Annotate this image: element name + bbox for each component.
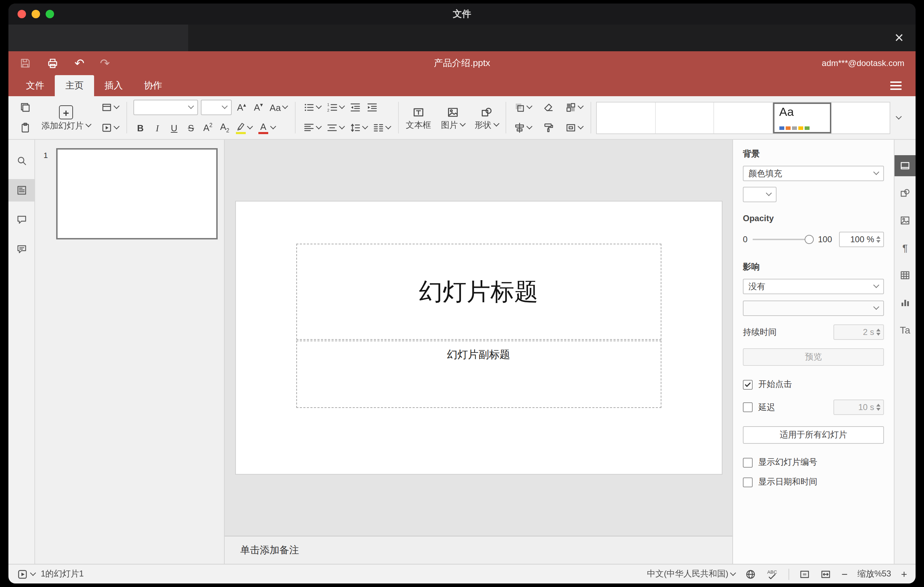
zoom-window-button[interactable] [46, 10, 54, 18]
tab-home[interactable]: 主页 [55, 75, 94, 96]
start-on-click-checkbox[interactable] [743, 379, 753, 389]
spellcheck-icon[interactable]: ABC [766, 568, 779, 580]
opacity-slider[interactable] [752, 239, 813, 240]
show-date-time-checkbox[interactable] [743, 477, 753, 487]
highlight-color-button[interactable] [234, 119, 254, 136]
tab-collaboration[interactable]: 协作 [134, 75, 173, 96]
slide-settings-icon[interactable] [894, 155, 916, 176]
zoom-in-button[interactable]: + [901, 569, 907, 579]
theme-slot-2[interactable] [655, 102, 714, 133]
show-date-time-row: 显示日期和时间 [743, 476, 884, 488]
background-fill-select[interactable]: 颜色填充 [743, 166, 884, 181]
print-icon[interactable] [46, 57, 59, 69]
opacity-slider-thumb[interactable] [805, 235, 814, 244]
document-language-icon[interactable] [745, 569, 757, 580]
notes-area[interactable]: 单击添加备注 [225, 536, 732, 564]
title-placeholder[interactable]: 幻灯片标题 [296, 244, 661, 340]
shape-settings-icon[interactable] [894, 183, 916, 204]
slide-thumbnail-1[interactable] [56, 148, 218, 239]
subtitle-placeholder[interactable]: 幻灯片副标题 [296, 341, 661, 408]
slide-1[interactable]: 幻灯片标题 幻灯片副标题 [235, 201, 722, 475]
increase-indent-button[interactable] [365, 99, 379, 116]
align-shape-button[interactable] [513, 119, 533, 136]
horizontal-align-button[interactable] [302, 119, 322, 136]
strikethrough-button[interactable]: S [184, 119, 198, 136]
change-case-button[interactable]: Aa [268, 99, 289, 116]
tab-file[interactable]: 文件 [15, 75, 55, 96]
image-settings-icon[interactable] [894, 210, 916, 231]
highlight-color-bar [236, 132, 246, 134]
columns-button[interactable] [371, 119, 392, 136]
start-slideshow-status-button[interactable] [17, 569, 35, 580]
ribbon-tabs: 文件 主页 插入 协作 [8, 75, 916, 96]
add-slide-button[interactable]: + 添加幻灯片 [36, 96, 96, 139]
copy-style-button[interactable] [541, 119, 555, 136]
background-color-swatch[interactable] [743, 187, 777, 202]
preview-button[interactable]: 预览 [743, 348, 884, 366]
fit-slide-icon[interactable] [799, 569, 810, 580]
bold-button[interactable]: B [134, 119, 147, 136]
theme-slot-selected[interactable]: Aa [773, 102, 832, 133]
feedback-icon[interactable] [8, 238, 35, 261]
increase-font-button[interactable]: A▴ [234, 99, 249, 116]
start-slideshow-button[interactable] [100, 119, 120, 136]
insert-textbox-button[interactable]: 文本框 [401, 96, 436, 139]
zoom-out-button[interactable]: − [842, 569, 848, 579]
insert-image-button[interactable]: 图片 [436, 96, 470, 139]
delay-input[interactable]: 10 s [833, 399, 884, 415]
clear-style-button[interactable] [541, 99, 555, 116]
notes-placeholder: 单击添加备注 [240, 544, 299, 556]
apply-to-all-button[interactable]: 适用于所有幻灯片 [743, 426, 884, 444]
paste-button[interactable] [18, 119, 32, 136]
superscript-button[interactable]: A2 [201, 119, 215, 136]
effect-select[interactable]: 没有 [743, 279, 884, 294]
language-selector[interactable]: 中文(中华人民共和国) [647, 568, 736, 580]
slide-thumbnail-number: 1 [43, 151, 48, 159]
search-icon[interactable] [8, 150, 35, 172]
undo-icon[interactable]: ↶ [74, 57, 84, 69]
duration-input[interactable]: 2 s [833, 325, 884, 340]
menu-icon[interactable] [890, 81, 901, 90]
shape-label: 形状 [475, 121, 492, 129]
theme-slot-5[interactable] [832, 102, 889, 133]
chart-settings-icon[interactable] [894, 292, 916, 313]
font-color-button[interactable]: A [256, 119, 277, 136]
decrease-font-button[interactable]: A▾ [251, 99, 266, 116]
decrease-indent-button[interactable] [348, 99, 362, 116]
fit-width-icon[interactable] [820, 569, 832, 580]
theme-slot-3[interactable] [714, 102, 773, 133]
tab-insert[interactable]: 插入 [94, 75, 134, 96]
bullets-button[interactable] [302, 99, 322, 116]
show-slide-number-checkbox[interactable] [743, 457, 753, 467]
close-icon[interactable]: × [894, 30, 904, 46]
color-scheme-button[interactable] [564, 99, 584, 116]
slide-layout-button[interactable] [100, 99, 120, 116]
effect-type-select[interactable] [743, 300, 884, 316]
redo-icon[interactable]: ↷ [100, 57, 110, 69]
underline-button[interactable]: U [167, 119, 181, 136]
font-name-combo[interactable] [134, 100, 198, 115]
theme-slot-1[interactable] [597, 102, 655, 133]
textart-settings-icon[interactable]: Ta [894, 320, 916, 341]
opacity-input[interactable]: 100 % [839, 232, 884, 247]
close-window-button[interactable] [18, 10, 26, 18]
minimize-window-button[interactable] [31, 10, 40, 18]
delay-checkbox[interactable] [743, 402, 753, 412]
paragraph-settings-icon[interactable]: ¶ [894, 237, 916, 258]
document-header: ↶ ↷ 产品介绍.pptx adm***@dootask.com [8, 51, 916, 75]
line-spacing-button[interactable] [348, 119, 369, 136]
insert-shape-button[interactable]: 形状 [470, 96, 503, 139]
comments-icon[interactable] [8, 209, 35, 231]
theme-gallery-expand-button[interactable] [890, 101, 907, 134]
subscript-button[interactable]: A2 [218, 119, 232, 136]
numbering-button[interactable]: 12 [325, 99, 345, 116]
table-settings-icon[interactable] [894, 265, 916, 286]
copy-button[interactable] [18, 99, 32, 116]
vertical-align-button[interactable] [325, 119, 345, 136]
save-icon[interactable] [20, 58, 31, 69]
slides-panel-icon[interactable] [8, 179, 35, 201]
slide-size-button[interactable] [564, 119, 584, 136]
arrange-shape-button[interactable] [513, 99, 533, 116]
font-size-combo[interactable] [201, 100, 232, 115]
italic-button[interactable]: I [150, 119, 164, 136]
